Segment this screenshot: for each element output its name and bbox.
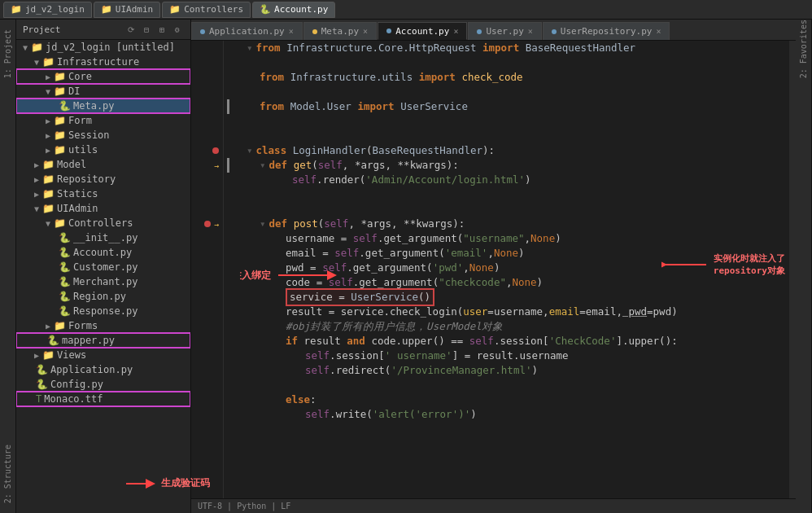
project-strip-label[interactable]: 1: Project [3, 26, 12, 81]
none-keyword: None [530, 231, 555, 246]
keyword: import [419, 70, 462, 85]
tree-mapper-py[interactable]: 🐍 mapper.py [16, 333, 190, 348]
close-icon[interactable]: × [528, 27, 533, 36]
settings-btn[interactable]: ⚙ [171, 23, 184, 36]
editor-tab-account[interactable]: Account.py × [378, 22, 467, 40]
window-tab-controllers[interactable]: 📁 Controllers [162, 2, 251, 18]
op: = [647, 305, 653, 319]
tree-controllers[interactable]: ▼ 📁 Controllers [16, 216, 190, 230]
keyword: from [256, 41, 287, 55]
gutter-line [191, 129, 223, 143]
window-tab-uiadmin[interactable]: 📁 UIAdmin [94, 2, 160, 18]
code-line-2 [247, 55, 783, 70]
code-content[interactable]: ▾ from Infrastructure.Core.HttpRequest i… [240, 41, 789, 498]
editor-tab-meta[interactable]: Meta.py × [303, 22, 377, 40]
marker-line [224, 129, 240, 143]
comment: #obj封装了所有的用户信息，UserModel对象 [286, 319, 503, 334]
tree-repository[interactable]: ▶ 📁 Repository [16, 172, 190, 186]
sync-btn[interactable]: ⟳ [124, 23, 138, 36]
tree-item-label: UIAdmin [57, 203, 98, 214]
tree-application-py[interactable]: 🐍 Application.py [16, 362, 190, 377]
var: code.upper() == [371, 334, 469, 349]
tree-merchant-py[interactable]: 🐍 Merchant.py [16, 274, 190, 289]
tree-views[interactable]: ▶ 📁 Views [16, 348, 190, 362]
gutter-line [191, 55, 223, 70]
editor-tab-application[interactable]: Application.py × [191, 22, 303, 40]
tree-utils[interactable]: ▶ 📁 utils [16, 142, 190, 157]
var: ].upper(): [616, 334, 677, 349]
punctuation: () [418, 290, 430, 305]
string: "checkcode" [439, 275, 506, 290]
tree-statics[interactable]: ▶ 📁 Statics [16, 186, 190, 201]
tree-core[interactable]: ▶ 📁 Core [16, 69, 190, 84]
tree-item-label: __init__.py [73, 232, 138, 243]
gutter-line [191, 246, 223, 261]
self-keyword: self [353, 231, 378, 246]
gutter-line [191, 173, 223, 187]
tree-region-py[interactable]: 🐍 Region.py [16, 289, 190, 304]
var: pwd [622, 305, 647, 319]
folder-icon: 📁 [42, 173, 55, 185]
tree-item-label: Core [68, 71, 92, 82]
tree-customer-py[interactable]: 🐍 Customer.py [16, 260, 190, 274]
window-tab-account[interactable]: 🐍 Account.py [252, 2, 335, 18]
tree-account-py[interactable]: 🐍 Account.py [16, 245, 190, 260]
folder-icon: 📁 [54, 115, 66, 126]
favorites-label: 2: Favorites [799, 20, 808, 81]
tree-di[interactable]: ▼ 📁 DI [16, 84, 190, 99]
var: result [304, 334, 347, 349]
tree-init-py[interactable]: 🐍 __init__.py [16, 230, 190, 245]
tree-infrastructure[interactable]: ▼ 📁 Infrastructure [16, 55, 190, 69]
code-line-10: self .render( 'Admin/Account/login.html'… [247, 173, 783, 187]
gutter-line [191, 231, 223, 246]
fold-marker: ▾ [260, 158, 266, 173]
tree-model[interactable]: ▶ 📁 Model [16, 157, 190, 172]
vertical-scrollbar[interactable] [789, 41, 796, 498]
tree-session[interactable]: ▶ 📁 Session [16, 128, 190, 142]
tree-item-label: Session [68, 129, 110, 141]
tree-arrow: ▼ [31, 204, 42, 213]
tree-root[interactable]: ▼ 📁 jd_v2_login [untitled] [16, 40, 190, 55]
tree-config-py[interactable]: 🐍 Config.py [16, 377, 190, 392]
py-icon: 🐍 [47, 335, 59, 346]
window-tab-project[interactable]: 📁 jd_v2_login [3, 2, 92, 18]
var: .session[ [494, 334, 549, 349]
string: 'email' [445, 246, 488, 261]
class-name: BaseRequestHandler [526, 41, 635, 55]
favorites-strip[interactable]: 2: Favorites [796, 20, 812, 513]
var: username = [286, 231, 353, 246]
close-icon[interactable]: × [656, 27, 661, 36]
expand-btn[interactable]: ⊞ [155, 23, 168, 36]
var: .write( [330, 407, 373, 422]
gutter-line [191, 202, 223, 217]
tree-forms[interactable]: ▶ 📁 Forms [16, 318, 190, 333]
code-line-15: email = self .get_argument( 'email' , No… [247, 246, 783, 261]
tab-label: Account.py [395, 26, 449, 37]
none-keyword: None [494, 246, 518, 261]
tree-item-label: Account.py [73, 247, 132, 258]
project-panel: Project ⟳ ⊟ ⊞ ⚙ ▼ 📁 jd_v2_login [untitle… [16, 20, 191, 513]
window-tab-label: Account.py [274, 4, 328, 15]
tab-dot [386, 28, 391, 33]
close-icon[interactable]: × [289, 27, 294, 36]
function-name: check_code [461, 70, 522, 85]
collapse-btn[interactable]: ⊟ [140, 23, 153, 36]
close-icon[interactable]: × [453, 27, 458, 36]
punctuation: : [310, 392, 317, 407]
tree-response-py[interactable]: 🐍 Response.py [16, 304, 190, 318]
tree-monaco-ttf[interactable]: T Monaco.ttf [16, 392, 190, 406]
tree-item-label: DI [68, 86, 80, 97]
method: .get_argument( [347, 261, 432, 275]
editor-tab-userrepo[interactable]: UserRepository.py × [543, 22, 670, 40]
gutter-line: → [191, 217, 223, 231]
tree-item-label: Forms [68, 320, 98, 331]
tree-arrow: ▶ [42, 131, 54, 140]
var: pwd = [286, 261, 322, 275]
close-icon[interactable]: × [363, 27, 368, 36]
op: = [579, 305, 586, 319]
editor-tab-user[interactable]: User.py × [468, 22, 541, 40]
tree-form[interactable]: ▶ 📁 Form [16, 113, 190, 128]
structure-strip-label[interactable]: 2: Structure [3, 441, 12, 506]
tree-meta-py[interactable]: 🐍 Meta.py [16, 99, 190, 113]
tree-uiadmin[interactable]: ▼ 📁 UIAdmin [16, 201, 190, 216]
